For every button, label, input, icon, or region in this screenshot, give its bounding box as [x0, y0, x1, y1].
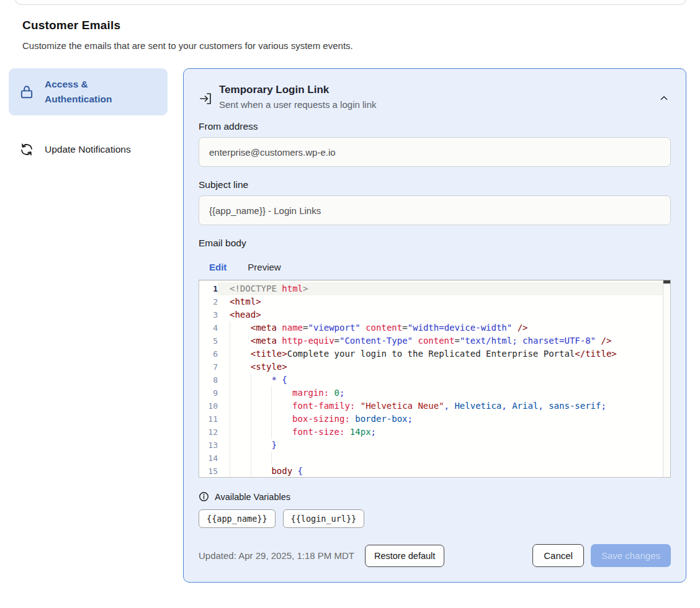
- previous-card-edge: [15, 0, 686, 5]
- line-number: 15: [199, 465, 218, 478]
- line-number: 4: [199, 321, 218, 334]
- variable-chip-app-name[interactable]: {{app_name}}: [199, 509, 276, 528]
- panel-header: Temporary Login Link Sent when a user re…: [199, 84, 671, 110]
- code-line[interactable]: 8* {: [199, 373, 670, 387]
- tab-edit[interactable]: Edit: [199, 256, 237, 280]
- code-line[interactable]: 7<style>: [199, 360, 670, 373]
- available-variables-header: Available Variables: [199, 491, 671, 502]
- code-line[interactable]: 9margin: 0;: [199, 387, 670, 400]
- line-number: 7: [199, 360, 218, 373]
- code-line[interactable]: 6<title>Complete your login to the Repli…: [199, 347, 670, 360]
- sidebar-item-access-authentication[interactable]: Access & Authentication: [9, 68, 168, 115]
- line-number: 12: [199, 426, 218, 439]
- code-lines: 1<!DOCTYPE html>2<html>3<head>4<meta nam…: [199, 280, 670, 478]
- code-line[interactable]: 12font-size: 14px;: [199, 426, 670, 439]
- from-address-label: From address: [199, 121, 671, 132]
- line-content[interactable]: body {: [218, 465, 670, 478]
- editor-scrollbar-thumb[interactable]: [663, 280, 670, 284]
- email-body-tabs: Edit Preview: [199, 256, 671, 280]
- available-variables-label: Available Variables: [215, 492, 290, 502]
- line-number: 6: [199, 347, 218, 360]
- line-content[interactable]: font-family: "Helvetica Neue", Helvetica…: [218, 400, 670, 413]
- tab-edit-label: Edit: [209, 262, 227, 272]
- line-number: 8: [199, 373, 218, 387]
- email-body-label: Email body: [199, 238, 671, 249]
- lock-icon: [19, 84, 35, 100]
- line-number: 3: [199, 308, 218, 321]
- subject-line-label: Subject line: [199, 179, 671, 190]
- line-number: 11: [199, 413, 218, 426]
- chevron-up-icon[interactable]: [657, 91, 671, 105]
- tab-preview[interactable]: Preview: [237, 256, 291, 280]
- code-line[interactable]: 13}: [199, 439, 670, 452]
- code-line[interactable]: 1<!DOCTYPE html>: [199, 282, 670, 295]
- save-changes-button[interactable]: Save changes: [591, 544, 671, 567]
- from-address-input[interactable]: [199, 137, 671, 167]
- line-content[interactable]: <head>: [218, 308, 670, 321]
- line-content[interactable]: box-sizing: border-box;: [218, 413, 670, 426]
- line-content[interactable]: <title>Complete your login to the Replic…: [218, 347, 670, 360]
- subject-line-input[interactable]: [199, 195, 671, 225]
- tab-preview-label: Preview: [248, 262, 280, 272]
- line-content[interactable]: <meta name="viewport" content="width=dev…: [218, 321, 670, 334]
- line-number: 1: [199, 282, 218, 295]
- email-body-code-editor[interactable]: 1<!DOCTYPE html>2<html>3<head>4<meta nam…: [199, 280, 671, 478]
- code-line[interactable]: 3<head>: [199, 308, 670, 321]
- refresh-icon: [19, 141, 35, 158]
- line-number: 2: [199, 295, 218, 308]
- line-content[interactable]: }: [218, 439, 670, 452]
- info-icon: [199, 491, 209, 502]
- footer-right: Cancel Save changes: [532, 544, 671, 567]
- updated-timestamp: Updated: Apr 29, 2025, 1:18 PM MDT: [199, 550, 354, 561]
- sidebar-item-label: Access & Authentication: [45, 77, 158, 107]
- code-line[interactable]: 15body {: [199, 465, 670, 478]
- cancel-button[interactable]: Cancel: [532, 544, 584, 567]
- panel-footer: Updated: Apr 29, 2025, 1:18 PM MDT Resto…: [199, 544, 671, 567]
- line-number: 14: [199, 452, 218, 465]
- code-line[interactable]: 5<meta http-equiv="Content-Type" content…: [199, 334, 670, 347]
- panel-subtitle: Sent when a user requests a login link: [219, 99, 657, 110]
- footer-left: Updated: Apr 29, 2025, 1:18 PM MDT Resto…: [199, 545, 444, 567]
- line-number: 9: [199, 387, 218, 400]
- variable-chips: {{app_name}} {{login_url}}: [199, 509, 671, 528]
- code-line[interactable]: 2<html>: [199, 295, 670, 308]
- line-content[interactable]: font-size: 14px;: [218, 426, 670, 439]
- panel-title: Temporary Login Link: [219, 84, 657, 96]
- line-content[interactable]: <html>: [218, 295, 670, 308]
- page-title: Customer Emails: [22, 19, 519, 32]
- line-content[interactable]: margin: 0;: [218, 387, 670, 400]
- restore-default-button[interactable]: Restore default: [365, 545, 444, 567]
- page-header: Customer Emails Customize the emails tha…: [22, 19, 519, 51]
- line-content[interactable]: <meta http-equiv="Content-Type" content=…: [218, 334, 670, 347]
- line-content[interactable]: [218, 452, 670, 465]
- code-line[interactable]: 4<meta name="viewport" content="width=de…: [199, 321, 670, 334]
- variable-chip-login-url[interactable]: {{login_url}}: [283, 509, 365, 528]
- temporary-login-link-panel: Temporary Login Link Sent when a user re…: [183, 68, 686, 583]
- line-number: 5: [199, 334, 218, 347]
- line-number: 13: [199, 439, 218, 452]
- line-content[interactable]: <!DOCTYPE html>: [218, 282, 670, 295]
- page-subtitle: Customize the emails that are sent to yo…: [22, 40, 519, 51]
- code-line[interactable]: 14: [199, 452, 670, 465]
- code-line[interactable]: 10font-family: "Helvetica Neue", Helveti…: [199, 400, 670, 413]
- line-content[interactable]: * {: [218, 373, 670, 387]
- sidebar-item-update-notifications[interactable]: Update Notifications: [9, 133, 168, 166]
- editor-scrollbar[interactable]: [663, 280, 670, 477]
- code-line[interactable]: 11box-sizing: border-box;: [199, 413, 670, 426]
- login-icon: [199, 91, 213, 106]
- line-content[interactable]: <style>: [218, 360, 670, 373]
- panel-header-text: Temporary Login Link Sent when a user re…: [219, 84, 657, 110]
- sidebar-item-label: Update Notifications: [45, 142, 131, 157]
- line-number: 10: [199, 400, 218, 413]
- email-types-sidebar: Access & Authentication Update Notificat…: [9, 68, 168, 166]
